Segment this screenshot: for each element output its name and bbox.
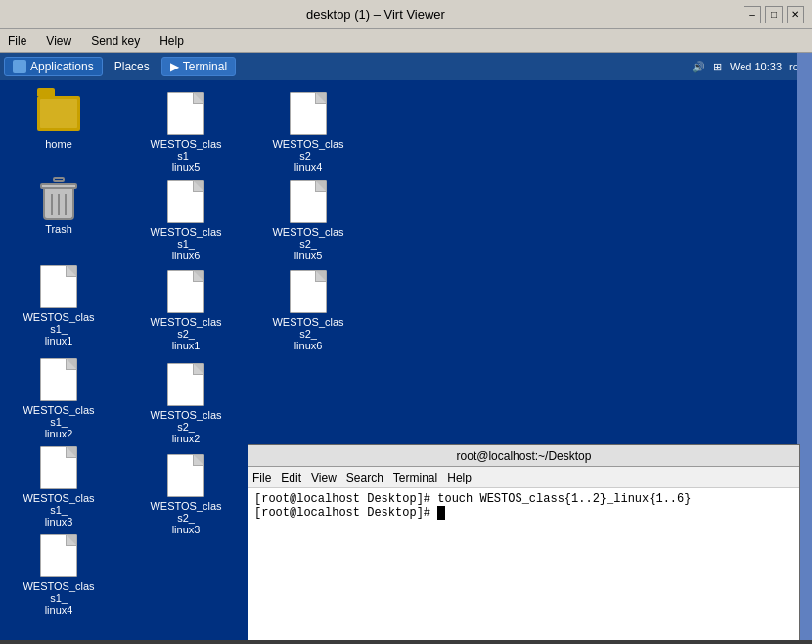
file-shape-7 [167,270,204,313]
menu-send-key[interactable]: Send key [87,32,144,50]
file-shape-3 [40,446,77,489]
file-corner-6 [194,181,203,191]
file-label-class2-linux5: WESTOS_class2_linux5 [269,225,347,262]
menu-help[interactable]: Help [156,32,188,50]
file-corner-4 [67,535,76,545]
desktop-icon-trash[interactable]: Trash [20,175,98,236]
file-icon-img-4 [35,532,82,579]
file-corner-2 [67,359,76,369]
file-shape-9 [167,454,204,497]
terminal-menu-edit[interactable]: Edit [281,471,301,484]
trash-shape [39,177,78,220]
file-corner-11 [316,181,326,191]
terminal-title: root@localhost:~/Desktop [457,449,592,463]
clock: Wed 10:33 [730,61,782,72]
taskbar: Applications Places ▶ Terminal 🔊 ⊞ Wed 1… [0,53,812,80]
terminal-menu-help[interactable]: Help [447,471,472,484]
app-menubar: File View Send key Help [0,29,812,53]
file-corner [67,266,76,276]
file-icon-img-8 [162,361,209,408]
file-icon-img-10 [285,90,332,137]
applications-button[interactable]: Applications [4,57,103,76]
file-shape-2 [40,358,77,401]
trash-line-1 [51,194,53,215]
file-shape-6 [167,180,204,223]
file-icon-img-9 [162,452,209,499]
folder-icon-img [35,90,82,137]
file-icon-img-7 [162,268,209,315]
terminal-titlebar: root@localhost:~/Desktop [248,445,799,467]
terminal-content[interactable]: [root@localhost Desktop]# touch WESTOS_c… [248,488,799,640]
terminal-cursor [437,506,445,520]
file-label-class1-linux6: WESTOS_class1_linux6 [147,225,225,262]
file-icon-img-6 [162,178,209,225]
file-corner-9 [194,455,203,465]
file-label-class1-linux2: WESTOS_class1_linux2 [20,403,98,440]
menu-view[interactable]: View [42,32,75,50]
terminal-taskbar-button[interactable]: ▶ Terminal [161,57,236,76]
file-icon-img-5 [162,90,209,137]
desktop-icon-class1-linux3[interactable]: WESTOS_class1_linux3 [20,444,98,529]
file-corner-3 [67,447,76,457]
close-button[interactable]: ✕ [787,6,804,23]
trash-icon-img [35,175,82,222]
file-label-class1-linux3: WESTOS_class1_linux3 [20,491,98,529]
file-label-class1-linux1: WESTOS_class1_linux1 [20,310,98,347]
folder-inner [40,99,77,128]
terminal-line-2: [root@localhost Desktop]# [254,506,793,520]
file-corner-12 [316,271,326,281]
trash-icon-label: Trash [43,222,74,236]
trash-line-2 [58,194,60,215]
file-label-class1-linux5: WESTOS_class1_linux5 [147,137,225,174]
file-shape-8 [167,363,204,406]
terminal-menu-view[interactable]: View [311,471,337,484]
desktop-icon-class1-linux5[interactable]: WESTOS_class1_linux5 [147,90,225,174]
desktop-icon-class1-linux4[interactable]: WESTOS_class1_linux4 [20,532,98,617]
file-label-class2-linux3: WESTOS_class2_linux3 [147,499,225,536]
applications-icon [13,60,26,73]
file-label-class2-linux6: WESTOS_class2_linux6 [269,315,347,352]
desktop-icon-class2-linux4[interactable]: WESTOS_class2_linux4 [269,90,347,174]
terminal-menu-terminal[interactable]: Terminal [393,471,437,484]
desktop-icon-class2-linux3[interactable]: WESTOS_class2_linux3 [147,452,225,536]
desktop: Applications Places ▶ Terminal 🔊 ⊞ Wed 1… [0,53,812,640]
terminal-line-1: [root@localhost Desktop]# touch WESTOS_c… [254,492,793,506]
window-controls: – □ ✕ [744,6,804,23]
file-icon-img-11 [285,178,332,225]
trash-line-3 [65,194,67,215]
desktop-icon-class1-linux6[interactable]: WESTOS_class1_linux6 [147,178,225,262]
file-label-class2-linux2: WESTOS_class2_linux2 [147,408,225,445]
titlebar: desktop (1) – Virt Viewer – □ ✕ [0,0,812,29]
desktop-icon-class1-linux2[interactable]: WESTOS_class1_linux2 [20,356,98,440]
desktop-icon-class2-linux5[interactable]: WESTOS_class2_linux5 [269,178,347,262]
applications-label: Applications [30,60,94,73]
trash-lid [40,183,77,189]
terminal-menubar: File Edit View Search Terminal Help [248,467,799,488]
terminal-menu-search[interactable]: Search [346,471,383,484]
terminal-icon: ▶ [170,60,179,73]
file-label-class2-linux4: WESTOS_class2_linux4 [269,137,347,174]
minimize-button[interactable]: – [744,6,761,23]
maximize-button[interactable]: □ [765,6,783,23]
taskbar-right: 🔊 ⊞ Wed 10:33 root [692,61,808,73]
menu-file[interactable]: File [4,32,30,50]
file-corner-10 [316,93,326,103]
terminal-menu-file[interactable]: File [252,471,271,484]
file-shape-5 [167,92,204,135]
window-title: desktop (1) – Virt Viewer [8,7,744,22]
desktop-icon-class2-linux2[interactable]: WESTOS_class2_linux2 [147,361,225,445]
trash-body [43,189,74,220]
file-label-class1-linux4: WESTOS_class1_linux4 [20,579,98,617]
desktop-icon-class2-linux1[interactable]: WESTOS_class2_linux1 [147,268,225,352]
file-shape-10 [290,92,327,135]
display-icon: ⊞ [713,61,722,73]
folder-shape [37,96,80,131]
desktop-icon-home[interactable]: home [20,90,98,151]
desktop-icon-class2-linux6[interactable]: WESTOS_class2_linux6 [269,268,347,352]
trash-handle [53,177,65,182]
file-corner-5 [194,93,203,103]
volume-icon[interactable]: 🔊 [692,61,705,73]
desktop-icon-class1-linux1[interactable]: WESTOS_class1_linux1 [20,263,98,347]
places-button[interactable]: Places [107,58,158,75]
file-shape-11 [290,180,327,223]
